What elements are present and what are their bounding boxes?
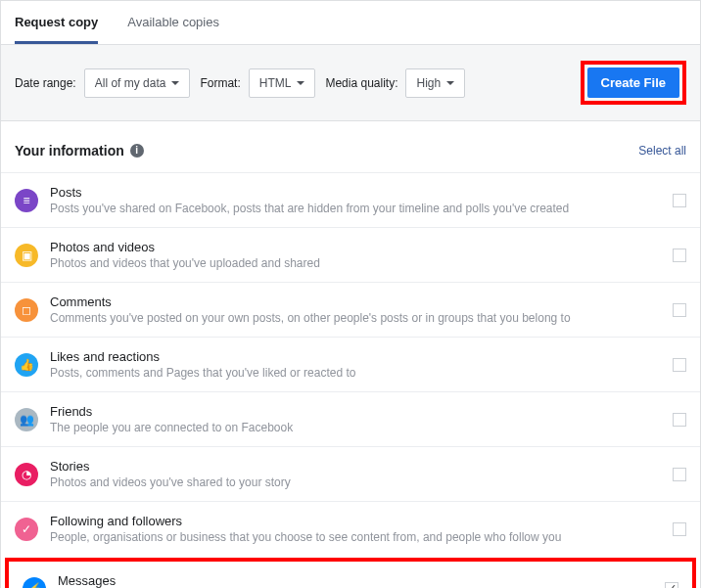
caret-down-icon: [297, 81, 304, 85]
item-title: Posts: [50, 185, 661, 200]
create-file-button[interactable]: Create File: [587, 68, 679, 98]
caret-down-icon: [446, 81, 454, 85]
item-title: Comments: [50, 294, 661, 309]
item-body: Following and followersPeople, organisat…: [50, 514, 661, 544]
item-checkbox[interactable]: [673, 358, 686, 372]
list-item[interactable]: ⚡MessagesMessages you've exchanged with …: [9, 562, 692, 588]
item-body: FriendsThe people you are connected to o…: [50, 404, 661, 434]
controls-bar: Date range: All of my data Format: HTML …: [1, 45, 700, 121]
format-dropdown[interactable]: HTML: [249, 68, 316, 98]
list-item[interactable]: ≡PostsPosts you've shared on Facebook, p…: [1, 172, 700, 227]
media-quality-dropdown[interactable]: High: [405, 68, 465, 98]
item-title: Friends: [50, 404, 661, 419]
category-icon: ⚡: [23, 577, 46, 589]
list-item[interactable]: ✓Following and followersPeople, organisa…: [1, 501, 700, 556]
category-icon: ✓: [15, 518, 38, 541]
category-icon: ◔: [15, 463, 38, 486]
item-body: CommentsComments you've posted on your o…: [50, 294, 661, 325]
date-range-value: All of my data: [95, 76, 166, 90]
category-icon: ▣: [15, 244, 38, 267]
item-checkbox[interactable]: [673, 413, 686, 427]
caret-down-icon: [171, 81, 179, 85]
date-range-dropdown[interactable]: All of my data: [84, 68, 191, 98]
list-item[interactable]: ◻CommentsComments you've posted on your …: [1, 282, 700, 337]
list-item[interactable]: ▣Photos and videosPhotos and videos that…: [1, 227, 700, 282]
item-title: Likes and reactions: [50, 349, 661, 364]
item-desc: Posts, comments and Pages that you've li…: [50, 366, 661, 380]
highlight-messages-row: ⚡MessagesMessages you've exchanged with …: [5, 558, 696, 588]
item-desc: The people you are connected to on Faceb…: [50, 421, 661, 434]
item-title: Stories: [50, 459, 661, 474]
item-desc: Posts you've shared on Facebook, posts t…: [50, 202, 661, 215]
item-desc: Photos and videos that you've uploaded a…: [50, 256, 661, 270]
section-title: Your information: [15, 143, 124, 158]
item-checkbox[interactable]: [673, 194, 686, 207]
item-desc: People, organisations or business that y…: [50, 530, 661, 544]
item-checkbox[interactable]: [673, 468, 686, 481]
item-body: MessagesMessages you've exchanged with o…: [58, 573, 653, 588]
item-checkbox[interactable]: [673, 249, 686, 262]
select-all-link[interactable]: Select all: [638, 144, 686, 158]
highlight-create-file: Create File: [581, 61, 686, 105]
tab-available-copies[interactable]: Available copies: [127, 1, 219, 44]
item-desc: Photos and videos you've shared to your …: [50, 475, 661, 489]
item-title: Photos and videos: [50, 240, 661, 254]
category-icon: 👍: [15, 353, 38, 377]
format-value: HTML: [259, 76, 292, 90]
item-checkbox[interactable]: [665, 582, 678, 589]
category-icon: ◻: [15, 298, 38, 322]
tab-request-copy[interactable]: Request copy: [15, 1, 98, 44]
item-body: StoriesPhotos and videos you've shared t…: [50, 459, 661, 489]
item-title: Following and followers: [50, 514, 661, 528]
tabs: Request copy Available copies: [1, 1, 700, 45]
list-item[interactable]: 👍Likes and reactionsPosts, comments and …: [1, 337, 700, 391]
info-icon[interactable]: i: [130, 144, 144, 158]
item-body: PostsPosts you've shared on Facebook, po…: [50, 185, 661, 215]
item-body: Photos and videosPhotos and videos that …: [50, 240, 661, 270]
list-item[interactable]: ◔StoriesPhotos and videos you've shared …: [1, 446, 700, 501]
item-desc: Comments you've posted on your own posts…: [50, 311, 661, 325]
date-range-label: Date range:: [15, 76, 76, 90]
media-quality-label: Media quality:: [325, 76, 397, 90]
format-label: Format:: [200, 76, 240, 90]
item-checkbox[interactable]: [673, 522, 686, 536]
category-icon: ≡: [15, 189, 38, 212]
item-title: Messages: [58, 573, 653, 588]
media-quality-value: High: [416, 76, 441, 90]
list-item[interactable]: 👥FriendsThe people you are connected to …: [1, 391, 700, 446]
category-icon: 👥: [15, 408, 38, 431]
item-checkbox[interactable]: [673, 303, 686, 317]
section-header: Your information i Select all: [1, 121, 700, 172]
item-body: Likes and reactionsPosts, comments and P…: [50, 349, 661, 380]
